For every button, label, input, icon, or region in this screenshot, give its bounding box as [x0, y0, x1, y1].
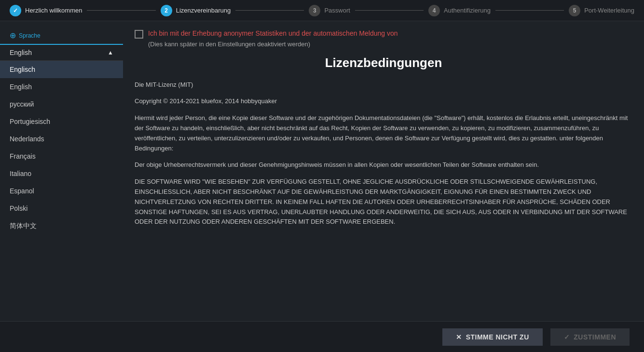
consent-text: Ich bin mit der Erhebung anonymer Statis…	[148, 29, 398, 39]
globe-icon: ⊕	[10, 31, 16, 40]
stepper: ✓ Herzlich willkommen 2 Lizenzvereinbaru…	[0, 0, 644, 21]
step-4: 4 Authentifizierung	[428, 5, 491, 16]
bottom-bar: ✕ STIMME NICHT ZU ✓ ZUSTIMMEN	[0, 321, 644, 352]
language-item-italian[interactable]: Italiano	[0, 165, 123, 182]
license-title: Lizenzbedingungen	[135, 55, 632, 70]
license-paragraph-3: DIE SOFTWARE WIRD "WIE BESEHEN" ZUR VERF…	[135, 177, 632, 227]
step-1-label: Herzlich willkommen	[25, 7, 82, 14]
language-selected-row[interactable]: English ▲	[0, 45, 123, 61]
decline-button[interactable]: ✕ STIMME NICHT ZU	[442, 328, 543, 346]
step-5: 5 Port-Weiterleitung	[569, 5, 634, 16]
language-item-russian[interactable]: русский	[0, 95, 123, 113]
language-item-english[interactable]: English	[0, 78, 123, 95]
step-3-label: Passwort	[324, 7, 350, 14]
step-3-circle: 3	[309, 5, 320, 16]
step-1-circle: ✓	[10, 5, 21, 16]
step-line-3	[355, 10, 424, 11]
language-selected-text: English	[10, 49, 32, 56]
accept-icon: ✓	[564, 333, 570, 341]
language-item-chinese[interactable]: 简体中文	[0, 217, 123, 235]
step-5-label: Port-Weiterleitung	[584, 7, 634, 14]
language-item-polish[interactable]: Polski	[0, 200, 123, 217]
chevron-up-icon: ▲	[108, 49, 113, 56]
step-2-label: Lizenzvereinbarung	[176, 7, 231, 14]
language-item-englisch[interactable]: Englisch	[0, 61, 123, 78]
accept-label: ZUSTIMMEN	[574, 333, 616, 341]
step-line-4	[495, 10, 564, 11]
language-panel: ⊕ Sprache English ▲ Englisch English рус…	[0, 21, 123, 352]
language-selector-header[interactable]: ⊕ Sprache	[0, 31, 123, 45]
step-2: 2 Lizenzvereinbarung	[161, 5, 231, 16]
language-label: Sprache	[19, 32, 41, 39]
language-item-spanish[interactable]: Espanol	[0, 182, 123, 200]
step-4-circle: 4	[428, 5, 440, 16]
license-panel: Ich bin mit der Erhebung anonymer Statis…	[123, 21, 644, 352]
consent-checkbox[interactable]	[135, 30, 143, 39]
step-3: 3 Passwort	[309, 5, 350, 16]
step-line-2	[235, 10, 304, 11]
main-content: ⊕ Sprache English ▲ Englisch English рус…	[0, 21, 644, 352]
decline-icon: ✕	[456, 333, 462, 341]
language-item-french[interactable]: Français	[0, 148, 123, 165]
step-4-label: Authentifizierung	[444, 7, 491, 14]
license-body: Die MIT-Lizenz (MIT) Copyright © 2014-20…	[135, 80, 632, 228]
language-item-portuguese[interactable]: Portugiesisch	[0, 113, 123, 130]
consent-subtext: (Dies kann später in den Einstellungen d…	[148, 41, 398, 48]
step-line-1	[87, 10, 155, 11]
step-2-circle: 2	[161, 5, 172, 16]
consent-text-block: Ich bin mit der Erhebung anonymer Statis…	[148, 29, 398, 48]
license-mit-label: Die MIT-Lizenz (MIT)	[135, 80, 632, 90]
license-copyright: Copyright © 2014-2021 bluefox, 2014 hobb…	[135, 96, 632, 107]
language-list: Englisch English русский Portugiesisch N…	[0, 61, 123, 235]
step-1: ✓ Herzlich willkommen	[10, 5, 82, 16]
license-paragraph-1: Hiermit wird jeder Person, die eine Kopi…	[135, 113, 632, 153]
step-5-circle: 5	[569, 5, 580, 16]
accept-button[interactable]: ✓ ZUSTIMMEN	[550, 328, 630, 346]
decline-label: STIMME NICHT ZU	[466, 333, 529, 341]
license-paragraph-2: Der obige Urheberrechtsvermerk und diese…	[135, 160, 632, 170]
language-item-dutch[interactable]: Nederlands	[0, 130, 123, 148]
consent-row: Ich bin mit der Erhebung anonymer Statis…	[135, 29, 632, 48]
